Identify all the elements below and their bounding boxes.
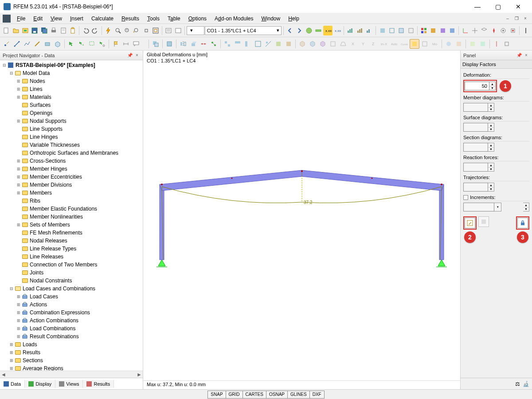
increments-step[interactable]: ▲▼ — [523, 202, 529, 212]
increments-combo[interactable]: ▾ — [463, 202, 523, 212]
edit-factors-button[interactable] — [465, 218, 475, 228]
expand-icon[interactable]: ⊞ — [16, 78, 21, 84]
ortho-icon[interactable] — [499, 26, 508, 35]
tab-display[interactable]: Display — [25, 380, 55, 388]
status-glines[interactable]: GLINES — [288, 391, 310, 399]
navigator-close-icon[interactable]: × — [134, 52, 140, 59]
expand-icon[interactable]: ⊞ — [16, 326, 21, 331]
tree-hscroll[interactable]: ◄► — [0, 371, 143, 378]
menu-insert[interactable]: Insert — [66, 15, 87, 23]
tree-item[interactable]: ⊞Load Combinations — [0, 325, 143, 332]
tab-data[interactable]: Data — [0, 380, 25, 388]
tree-item[interactable]: ⊞Sets of Members — [0, 221, 143, 229]
tree-item[interactable]: ⊞Lines — [0, 85, 143, 93]
expand-icon[interactable]: ⊞ — [16, 294, 21, 299]
mirror-tool-icon[interactable] — [178, 39, 188, 49]
deformation-factor-input[interactable]: ▲▼ — [465, 81, 496, 91]
solid-tool-icon[interactable] — [53, 39, 63, 49]
model-viewport[interactable]: Global Deformations u [mm] CO1 : 1.35*LC… — [143, 51, 460, 389]
increments-checkbox[interactable] — [463, 195, 468, 200]
tree-item[interactable]: ⊞Member Hinges — [0, 165, 143, 173]
group3-icon[interactable] — [243, 39, 253, 49]
pan-icon[interactable] — [142, 26, 151, 35]
connect-tool-icon[interactable] — [209, 39, 219, 49]
status-snap[interactable]: SNAP — [207, 391, 226, 399]
open-file-icon[interactable] — [11, 26, 20, 35]
diagram3-icon[interactable] — [365, 26, 374, 35]
highlight3-icon[interactable]: Mo — [430, 39, 440, 49]
redo-icon[interactable] — [91, 26, 100, 35]
print-report-icon[interactable] — [59, 26, 67, 35]
flag-tool-icon[interactable] — [111, 39, 121, 49]
module-icon[interactable] — [419, 26, 428, 35]
menu-edit[interactable]: Edit — [30, 15, 46, 23]
minimize-button[interactable]: — — [467, 0, 488, 13]
vertical-bar-icon[interactable] — [521, 26, 530, 35]
view-wire-icon[interactable] — [328, 39, 338, 49]
expand-icon[interactable]: ⊞ — [16, 94, 21, 100]
snap-icon[interactable] — [508, 26, 517, 35]
expand-icon[interactable]: ⊞ — [9, 342, 14, 347]
open-model-icon[interactable] — [21, 26, 30, 35]
tree-item[interactable]: Variable Thicknesses — [0, 141, 143, 149]
misc6-icon[interactable] — [502, 39, 512, 49]
copy-tool-icon[interactable] — [151, 39, 160, 49]
extrude-tool-icon[interactable] — [188, 39, 198, 49]
node-tool-icon[interactable] — [2, 39, 12, 49]
tree-item[interactable]: ⊞Combination Expressions — [0, 309, 143, 317]
panel-close-icon[interactable]: × — [523, 52, 529, 59]
menu-calculate[interactable]: Calculate — [88, 15, 117, 23]
load-step-combo[interactable]: ▾ — [187, 26, 204, 35]
misc2-icon[interactable] — [454, 39, 464, 49]
zoom-previous-icon[interactable] — [132, 26, 141, 35]
tree-item[interactable]: Connection of Two Members — [0, 261, 143, 269]
menu-options[interactable]: Options — [185, 15, 210, 23]
results-nav-icon[interactable] — [314, 26, 323, 35]
menu-table[interactable]: Table — [164, 15, 184, 23]
member-diagrams-input[interactable]: ▲▼ — [463, 102, 529, 112]
module4-icon[interactable] — [448, 26, 457, 35]
section-diagrams-input[interactable]: ▲▼ — [463, 142, 529, 152]
next-loadcase-icon[interactable] — [295, 26, 304, 35]
expand-icon[interactable]: ⊞ — [16, 222, 21, 227]
reset-factors-button[interactable] — [478, 216, 489, 227]
tree-item[interactable]: Joints — [0, 269, 143, 277]
tree-item[interactable]: ⊞Loads — [0, 340, 143, 348]
collapse-icon[interactable]: ⊟ — [9, 70, 14, 76]
tree-item[interactable]: ⊞Nodal Supports — [0, 117, 143, 125]
zoom-in-icon[interactable]: + — [123, 26, 132, 35]
label-xy-icon[interactable]: in-X — [379, 39, 389, 49]
tree-item[interactable]: Line Release Types — [0, 245, 143, 253]
surface-diagrams-input[interactable]: ▲▼ — [463, 122, 529, 132]
view-cube1-icon[interactable] — [297, 39, 307, 49]
auto-label-icon[interactable]: Auto — [389, 39, 399, 49]
view-cube2-icon[interactable] — [308, 39, 317, 49]
load-case-combo[interactable]: CO1 - 1.35*LC1 + LC4▾ — [205, 26, 282, 35]
tree-item[interactable]: ⊞Load Cases — [0, 293, 143, 301]
show-values-icon[interactable]: x.xx — [323, 26, 332, 35]
expand-icon[interactable]: ⊞ — [9, 358, 14, 363]
diagram2-icon[interactable] — [356, 26, 364, 35]
tree-item[interactable]: ⊞Results — [0, 348, 143, 356]
tree-item[interactable]: FE Mesh Refinements — [0, 229, 143, 237]
expand-icon[interactable]: ⊞ — [16, 158, 21, 164]
grid-icon[interactable] — [480, 26, 489, 35]
module3-icon[interactable] — [438, 26, 447, 35]
select-window-icon[interactable] — [87, 39, 97, 49]
navigator-pin-icon[interactable]: 📌 — [127, 52, 133, 59]
select-filter-icon[interactable] — [97, 39, 107, 49]
prev-loadcase-icon[interactable] — [286, 26, 294, 35]
tree-item[interactable]: Ribs — [0, 197, 143, 205]
show-reactions-icon[interactable]: x.xx — [333, 26, 342, 35]
expand-icon[interactable]: ⊞ — [16, 318, 21, 323]
lightning-calc-icon[interactable] — [104, 26, 113, 35]
navigator-tree[interactable]: ⊟ RSTAB-Beispiel-06* [Examples] ⊟ Model … — [0, 60, 143, 371]
select-tool-icon[interactable] — [66, 39, 76, 49]
group5-icon[interactable] — [263, 39, 273, 49]
mdi-minimize-button[interactable]: – — [504, 15, 512, 23]
expand-icon[interactable]: ⊞ — [16, 190, 21, 196]
group4-icon[interactable] — [253, 39, 263, 49]
status-osnap[interactable]: OSNAP — [266, 391, 288, 399]
expand-icon[interactable]: ⊞ — [16, 118, 21, 124]
group1-icon[interactable] — [223, 39, 232, 49]
